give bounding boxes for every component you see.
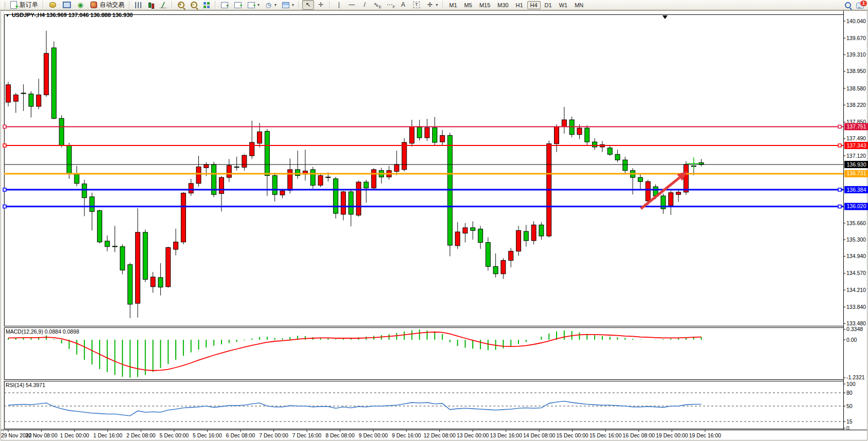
vertical-line-icon: | xyxy=(335,1,343,9)
autotrade-icon xyxy=(90,2,97,8)
main-plot-area[interactable] xyxy=(4,14,843,326)
separator xyxy=(129,1,130,9)
separator xyxy=(172,1,173,9)
signals-button[interactable]: ◉ xyxy=(75,0,86,10)
separator xyxy=(329,1,330,9)
template-button[interactable]: ▾ xyxy=(280,0,296,10)
market-depth-button[interactable] xyxy=(46,0,59,10)
chevron-down-icon: ▾ xyxy=(274,3,276,7)
trendline-tool-button[interactable]: / xyxy=(359,0,371,10)
toolbar-grip[interactable] xyxy=(2,2,5,9)
periods-button[interactable]: ◷▾ xyxy=(263,0,279,10)
separator xyxy=(43,1,44,9)
terminal-window: { "toolbar": { "new_order_label": "新订单",… xyxy=(0,0,868,441)
macd-panel[interactable] xyxy=(4,327,843,379)
tile-windows-button[interactable] xyxy=(201,0,212,10)
template-icon xyxy=(282,2,289,8)
text-label-icon: T xyxy=(413,2,420,8)
new-order-icon xyxy=(10,1,17,9)
trend-arrow-annotation[interactable] xyxy=(640,170,689,211)
chevron-down-icon: ▾ xyxy=(292,3,294,7)
new-order-button[interactable]: 新订单 xyxy=(7,0,40,10)
cursor-icon: ↖ xyxy=(304,1,312,9)
candlestick-button[interactable] xyxy=(145,0,156,10)
tab-timeframe-m5[interactable]: M5 xyxy=(461,1,475,9)
tab-timeframe-d1[interactable]: D1 xyxy=(542,1,555,9)
candlestick-icon xyxy=(147,2,154,8)
arrows-icon: ✢ xyxy=(426,1,434,9)
text-tool-button[interactable]: A xyxy=(397,0,409,10)
tab-timeframe-h1[interactable]: H1 xyxy=(512,1,526,9)
search-icon[interactable] xyxy=(845,2,851,8)
line-chart-icon xyxy=(160,2,167,8)
arrows-tool-button[interactable]: ✢▾ xyxy=(424,0,440,10)
separator xyxy=(442,1,444,9)
profile-next-button[interactable] xyxy=(218,0,231,10)
zoom-in-icon: + xyxy=(178,2,184,8)
tab-timeframe-m15[interactable]: M15 xyxy=(476,1,493,9)
tab-timeframe-m1[interactable]: M1 xyxy=(446,1,460,9)
tab-timeframe-mn[interactable]: MN xyxy=(571,1,586,9)
chart-title-bar[interactable]: ▼USDJPY-,H4 136.969 137.046 136.888 136.… xyxy=(5,12,133,18)
profile-add-button[interactable] xyxy=(232,0,244,10)
cursor-tool-button[interactable]: ↖ xyxy=(302,0,314,10)
profile-next-icon xyxy=(221,2,228,8)
crosshair-icon: ✛ xyxy=(317,1,325,9)
bar-chart-button[interactable] xyxy=(133,0,144,10)
signal-icon: ◉ xyxy=(77,1,84,9)
separator xyxy=(215,1,216,9)
autotrade-label: 自动交易 xyxy=(100,1,124,9)
tile-windows-icon xyxy=(204,2,210,8)
market-depth-icon xyxy=(49,2,56,8)
elliott-wave-tool-button[interactable]: ∿E xyxy=(372,0,383,10)
zoom-out-icon: − xyxy=(191,2,197,8)
trendline-icon: / xyxy=(361,1,368,9)
bar-chart-icon xyxy=(135,2,141,8)
horizontal-line-tool-button[interactable]: — xyxy=(346,0,358,10)
tab-timeframe-w1[interactable]: W1 xyxy=(556,1,571,9)
autotrade-button[interactable]: 自动交易 xyxy=(87,0,126,10)
price-axis[interactable] xyxy=(843,11,868,430)
elliott-wave-icon: ∿E xyxy=(374,1,381,9)
zoom-out-button[interactable]: − xyxy=(188,0,200,10)
rsi-panel[interactable] xyxy=(4,381,843,429)
periods-icon: ◷ xyxy=(265,1,272,9)
notification-badge: 1 xyxy=(860,1,867,6)
terminal-icon xyxy=(63,2,71,8)
fibonacci-icon: ⋯F xyxy=(386,1,394,9)
symbol-dropdown-icon[interactable]: ▼ xyxy=(5,13,10,18)
indicators-button[interactable]: ▾ xyxy=(245,0,262,10)
zoom-in-button[interactable]: + xyxy=(175,0,187,10)
terminal-button[interactable] xyxy=(60,0,73,10)
time-axis[interactable] xyxy=(0,430,868,440)
vertical-line-tool-button[interactable]: | xyxy=(333,0,345,10)
chevron-down-icon: ▾ xyxy=(436,3,438,7)
line-chart-button[interactable] xyxy=(157,0,169,10)
main-toolbar: 新订单 ◉ 自动交易 + − ▾ ◷▾ ▾ ↖ ✛ | — / ∿E ⋯F A … xyxy=(0,0,868,10)
text-label-tool-button[interactable]: T xyxy=(410,0,423,10)
horizontal-line-icon: — xyxy=(348,1,356,9)
crosshair-tool-button[interactable]: ✛ xyxy=(315,0,327,10)
tab-timeframe-m30[interactable]: M30 xyxy=(494,1,511,9)
chat-icon[interactable]: 1 xyxy=(856,3,864,9)
fibonacci-tool-button[interactable]: ⋯F xyxy=(384,0,396,10)
indicators-icon xyxy=(248,2,255,8)
separator xyxy=(299,1,300,9)
chart-title: USDJPY-,H4 136.969 137.046 136.888 136.9… xyxy=(12,12,133,18)
new-order-label: 新订单 xyxy=(20,1,38,9)
chevron-down-icon: ▾ xyxy=(257,3,260,7)
text-icon: A xyxy=(399,1,407,9)
tab-timeframe-h4[interactable]: H4 xyxy=(527,1,541,9)
profile-add-icon xyxy=(234,2,242,8)
